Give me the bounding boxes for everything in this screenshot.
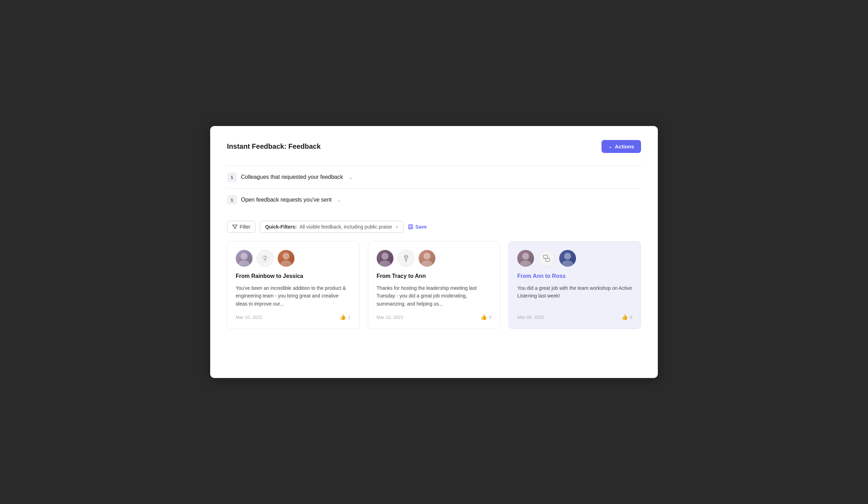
thumbs-up-icon: 👍 xyxy=(340,314,346,320)
card1-body: You've been an incredible addition to th… xyxy=(236,284,351,308)
avatar-silhouette xyxy=(236,250,252,267)
card3-date: Mar 09, 2022 xyxy=(517,315,544,320)
quick-filter-prefix: Quick-Filters: xyxy=(265,224,297,230)
colleagues-section[interactable]: 1 Colleagues that requested your feedbac… xyxy=(227,166,641,188)
save-icon xyxy=(408,224,413,230)
feedback-card-1: From Rainbow to Jessica You've been an i… xyxy=(227,241,360,329)
save-button[interactable]: Save xyxy=(408,224,427,230)
open-requests-chevron-icon: ⌄ xyxy=(337,197,341,203)
chevron-down-icon: ⌄ xyxy=(609,144,612,149)
svg-point-18 xyxy=(564,253,571,260)
open-requests-label: Open feedback requests you've sent xyxy=(241,197,332,203)
avatar-silhouette xyxy=(517,250,534,267)
card1-type-icon xyxy=(257,250,273,267)
feedback-card-3: From Ann to Ross You did a great job wit… xyxy=(508,241,641,329)
card1-from: From Rainbow to Jessica xyxy=(236,273,351,279)
card3-likes: 👍 0 xyxy=(621,314,632,320)
card1-date: Mar 10, 2022 xyxy=(236,315,263,320)
card2-type-icon xyxy=(398,250,414,267)
svg-point-14 xyxy=(522,253,529,260)
card2-avatar-sender xyxy=(377,250,393,267)
filter-bar: Filter Quick-Filters: All visible feedba… xyxy=(227,221,641,233)
quick-filter-value: All visible feedback, including public p… xyxy=(299,224,392,230)
card1-avatars xyxy=(236,250,351,267)
avatar-silhouette xyxy=(278,250,294,267)
colleagues-badge: 1 xyxy=(227,172,237,182)
card1-footer: Mar 10, 2022 👍 1 xyxy=(236,314,351,320)
card2-like-count: 0 xyxy=(489,315,491,320)
card3-like-count: 0 xyxy=(630,315,632,320)
card2-avatars xyxy=(377,250,492,267)
card1-like-count: 1 xyxy=(348,315,350,320)
svg-point-8 xyxy=(280,260,292,267)
card2-date: Mar 10, 2022 xyxy=(377,315,404,320)
quick-filter-pill: Quick-Filters: All visible feedback, inc… xyxy=(260,221,403,233)
avatar-silhouette xyxy=(419,250,435,267)
funnel-icon xyxy=(232,224,237,230)
card2-body: Thanks for hosting the leadership meetin… xyxy=(377,284,492,308)
svg-point-9 xyxy=(382,253,389,260)
thumbs-up-icon: 👍 xyxy=(481,314,487,320)
page-header: Instant Feedback: Feedback ⌄ Actions xyxy=(227,140,641,153)
svg-point-19 xyxy=(562,260,573,267)
card2-likes: 👍 0 xyxy=(481,314,491,320)
svg-rect-1 xyxy=(410,225,412,226)
card2-footer: Mar 10, 2022 👍 0 xyxy=(377,314,492,320)
feedback-card-2: From Tracy to Ann Thanks for hosting the… xyxy=(368,241,500,329)
card3-avatar-sender xyxy=(517,250,534,267)
svg-point-5 xyxy=(264,256,266,259)
card3-from[interactable]: From Ann to Ross xyxy=(517,273,632,279)
card3-footer: Mar 09, 2022 👍 0 xyxy=(517,314,632,320)
page-container: Instant Feedback: Feedback ⌄ Actions 1 C… xyxy=(210,126,658,378)
card1-likes: 👍 1 xyxy=(340,314,350,320)
colleagues-chevron-icon: ⌄ xyxy=(349,175,353,180)
svg-rect-17 xyxy=(546,258,550,261)
card3-avatar-receiver xyxy=(559,250,576,267)
card2-from: From Tracy to Ann xyxy=(377,273,492,279)
actions-button[interactable]: ⌄ Actions xyxy=(602,140,641,153)
cards-grid: From Rainbow to Jessica You've been an i… xyxy=(227,241,641,329)
svg-point-15 xyxy=(520,260,531,267)
filter-button[interactable]: Filter xyxy=(227,221,256,233)
thumbs-up-icon: 👍 xyxy=(621,314,628,320)
svg-point-13 xyxy=(421,260,433,267)
card3-avatars xyxy=(517,250,632,267)
open-requests-badge: 1 xyxy=(227,195,237,205)
colleagues-label: Colleagues that requested your feedback xyxy=(241,174,343,180)
avatar-silhouette xyxy=(559,250,576,267)
svg-point-3 xyxy=(241,253,248,260)
svg-point-10 xyxy=(379,260,391,267)
card1-avatar-receiver xyxy=(278,250,294,267)
card3-type-icon xyxy=(538,250,555,267)
svg-rect-16 xyxy=(543,255,548,258)
svg-point-4 xyxy=(239,260,250,267)
close-filter-icon[interactable]: × xyxy=(396,224,398,230)
svg-point-7 xyxy=(283,253,290,260)
svg-point-11 xyxy=(405,256,407,258)
avatar-silhouette xyxy=(377,250,393,267)
svg-rect-2 xyxy=(409,227,412,229)
card2-avatar-receiver xyxy=(419,250,435,267)
card1-avatar-sender xyxy=(236,250,252,267)
svg-point-6 xyxy=(262,255,269,262)
svg-point-12 xyxy=(424,253,431,260)
page-title: Instant Feedback: Feedback xyxy=(227,142,321,150)
card3-body: You did a great job with the team worksh… xyxy=(517,284,632,308)
open-requests-section[interactable]: 1 Open feedback requests you've sent ⌄ xyxy=(227,188,641,211)
